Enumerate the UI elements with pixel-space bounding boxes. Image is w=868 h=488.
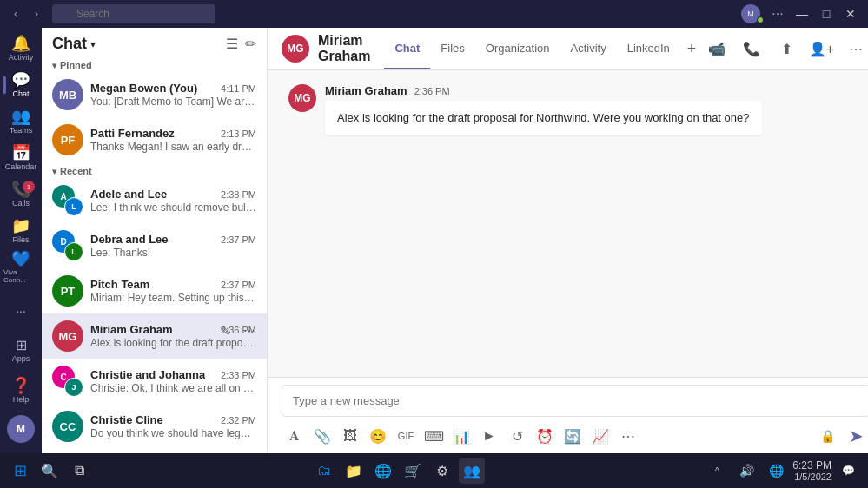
more-button[interactable]: ···: [767, 3, 788, 24]
send-button[interactable]: ➤: [842, 422, 868, 450]
chat-name-row: Megan Bowen (You) 4:11 PM: [90, 82, 256, 95]
attach-button[interactable]: 📎: [309, 423, 335, 449]
network-icon[interactable]: 🌐: [763, 458, 789, 484]
chat-main: MG Miriam Graham Chat Files Organization…: [268, 28, 868, 453]
tab-chat[interactable]: Chat: [384, 28, 430, 69]
compose-button[interactable]: ✏: [245, 36, 256, 52]
filter-button[interactable]: ☰: [226, 36, 238, 52]
titlebar: ‹ › 🔍 M ··· — □ ✕: [0, 0, 868, 28]
video-call-button[interactable]: 📹: [703, 35, 731, 63]
system-tray-expand[interactable]: ^: [704, 458, 730, 484]
volume-icon[interactable]: 🔊: [733, 458, 759, 484]
sidebar-label-calendar: Calendar: [5, 162, 37, 171]
search-container: 🔍: [52, 4, 452, 23]
recent-section-header[interactable]: ▾ Recent: [42, 162, 267, 178]
chat-name-adele-lee: Adele and Lee: [90, 188, 167, 201]
tab-organization[interactable]: Organization: [475, 28, 560, 69]
praise-button[interactable]: ⏰: [532, 423, 558, 449]
sidebar-item-viva[interactable]: 💙 Viva Conn...: [3, 250, 38, 285]
chat-list-title: Chat: [52, 35, 87, 53]
sidebar-item-teams[interactable]: 👥 Teams: [3, 104, 38, 139]
chat-item-debra-lee[interactable]: D L Debra and Lee 2:37 PM Lee: Thanks!: [42, 223, 267, 268]
more-options-button[interactable]: ⋯: [842, 35, 868, 63]
taskbar-explorer[interactable]: 🗂: [311, 458, 337, 484]
audio-call-button[interactable]: 📞: [738, 35, 765, 63]
msg-sender-1: Miriam Graham: [325, 84, 407, 97]
taskbar-folder[interactable]: 📁: [341, 458, 367, 484]
teams-icon: 👥: [11, 109, 30, 124]
more-tools-button[interactable]: ⋯: [615, 423, 641, 449]
emoji-button[interactable]: 😊: [365, 423, 391, 449]
chat-item-isaiah[interactable]: IL Isaiah Langer 2:29 PM You: 🎭 GIF: [42, 449, 267, 453]
add-people-button[interactable]: 👤+: [807, 35, 835, 63]
sidebar-item-files[interactable]: 📁 Files: [3, 214, 38, 248]
more-chat-button[interactable]: ⋯: [239, 320, 260, 341]
sidebar-item-more[interactable]: ···: [3, 292, 38, 330]
chat-item-megan[interactable]: MB Megan Bowen (You) 4:11 PM You: [Draft…: [42, 72, 267, 117]
compose-input[interactable]: [282, 385, 868, 417]
tab-linkedin[interactable]: LinkedIn: [617, 28, 680, 69]
loop-button[interactable]: ↺: [504, 423, 530, 449]
maximize-button[interactable]: □: [816, 3, 837, 24]
chat-preview-adele: Lee: I think we should remove bullet poi…: [90, 201, 256, 214]
status-dot: [757, 16, 764, 23]
taskbar-teams[interactable]: 👥: [459, 458, 485, 484]
close-button[interactable]: ✕: [840, 3, 861, 24]
sidebar-bottom: ··· ⊞ Apps ❓ Help M: [3, 288, 38, 450]
avatar-cc: CC: [52, 411, 83, 442]
recent-label: Recent: [60, 166, 92, 176]
chat-item-patti[interactable]: PF Patti Fernandez 2:13 PM Thanks Megan!…: [42, 117, 267, 162]
start-button[interactable]: ⊞: [7, 458, 33, 484]
chat-item-miriam[interactable]: MG Miriam Graham 2:36 PM Alex is looking…: [42, 313, 267, 359]
chat-info-adele-lee: Adele and Lee 2:38 PM Lee: I think we sh…: [90, 188, 256, 214]
lock-button[interactable]: 🔒: [814, 423, 840, 449]
taskbar-center: 🗂 📁 🌐 🛒 ⚙ 👥: [92, 458, 704, 484]
chat-time-pitch: 2:37 PM: [221, 280, 256, 290]
sticker-button[interactable]: ⌨: [421, 423, 447, 449]
taskbar-search[interactable]: 🔍: [36, 458, 63, 484]
forms-button[interactable]: 🔄: [560, 423, 586, 449]
chat-icon: 💬: [11, 72, 30, 88]
add-tab-button[interactable]: +: [680, 28, 704, 69]
taskbar-clock[interactable]: 6:23 PM 1/5/2022: [792, 459, 832, 482]
chat-info-patti: Patti Fernandez 2:13 PM Thanks Megan! I …: [90, 127, 256, 153]
titlebar-nav: ‹ ›: [7, 5, 45, 23]
taskbar-settings[interactable]: ⚙: [429, 458, 455, 484]
header-actions: 📹 📞 ⬆ 👤+ ⋯: [703, 35, 868, 63]
sidebar-item-apps[interactable]: ⊞ Apps: [3, 332, 38, 370]
sidebar-item-calls[interactable]: 📞 Calls 1: [3, 177, 38, 212]
chat-item-pitch-team[interactable]: PT Pitch Team 2:37 PM Miriam: Hey team. …: [42, 268, 267, 313]
chat-item-christie-cline[interactable]: CC Christie Cline 2:32 PM Do you think w…: [42, 404, 267, 449]
forward-button[interactable]: ›: [28, 5, 45, 23]
sidebar-item-help[interactable]: ❓ Help: [3, 372, 38, 410]
screen-share-button[interactable]: ⬆: [772, 35, 800, 63]
pinned-section-header[interactable]: ▾ Pinned: [42, 56, 267, 72]
taskbar-edge[interactable]: 🌐: [370, 458, 396, 484]
task-view-button[interactable]: ⧉: [66, 458, 92, 484]
contact-name: Miriam Graham: [318, 33, 370, 64]
back-button[interactable]: ‹: [7, 5, 24, 23]
giphy-button[interactable]: GIF: [393, 423, 419, 449]
sidebar-item-activity[interactable]: 🔔 Activity: [3, 31, 38, 66]
chat-time-adele: 2:38 PM: [221, 189, 256, 200]
tab-activity[interactable]: Activity: [560, 28, 617, 69]
image-button[interactable]: 🖼: [337, 423, 363, 449]
meet-button[interactable]: 📊: [448, 423, 474, 449]
sidebar-item-chat[interactable]: 💬 Chat: [3, 68, 38, 102]
minimize-button[interactable]: —: [792, 3, 812, 24]
chat-item-adele-lee[interactable]: A L Adele and Lee 2:38 PM Lee: I think w…: [42, 178, 267, 223]
chat-info-cj: Christie and Johanna 2:33 PM Christie: O…: [90, 368, 256, 394]
format-button[interactable]: 𝐀: [282, 423, 308, 449]
insights-button[interactable]: 📈: [587, 423, 613, 449]
taskbar-store[interactable]: 🛒: [400, 458, 426, 484]
sidebar-item-calendar[interactable]: 📅 Calendar: [3, 141, 38, 175]
chat-title-arrow[interactable]: ▾: [90, 38, 96, 50]
chat-item-christie-johanna[interactable]: C J Christie and Johanna 2:33 PM Christi…: [42, 359, 267, 404]
sidebar-item-user[interactable]: M: [7, 415, 35, 443]
search-input[interactable]: [52, 4, 215, 23]
notification-button[interactable]: 💬: [835, 458, 861, 484]
edit-chat-button[interactable]: ✎: [215, 320, 235, 341]
tab-files[interactable]: Files: [430, 28, 474, 69]
sidebar-label-teams: Teams: [10, 126, 33, 135]
schedule-button[interactable]: ►: [476, 423, 502, 449]
